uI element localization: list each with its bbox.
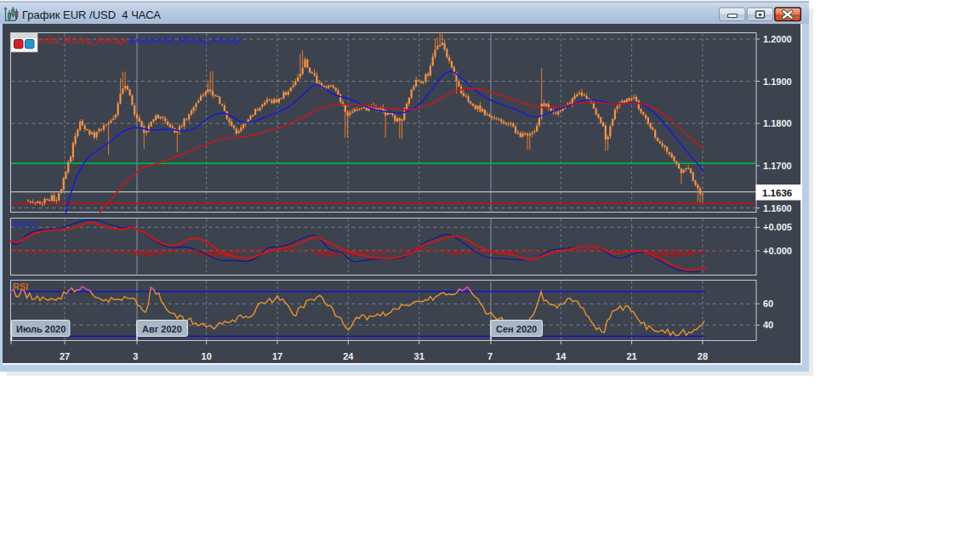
svg-text:RSI: RSI: [13, 281, 28, 292]
svg-text:40: 40: [763, 320, 773, 330]
svg-text:10: 10: [202, 351, 212, 361]
svg-text:MACD: MACD: [13, 219, 40, 230]
svg-text:17: 17: [272, 351, 282, 361]
svg-text:1.1600: 1.1600: [763, 203, 792, 213]
svg-text:Авг 2020: Авг 2020: [142, 324, 182, 334]
svg-text:График EUR /USD 4 ЧАСА: График EUR /USD 4 ЧАСА: [22, 9, 161, 21]
svg-text:3: 3: [133, 351, 138, 361]
svg-text:7: 7: [487, 351, 493, 361]
svg-text:1.1700: 1.1700: [763, 161, 792, 171]
svg-text:1.2000: 1.2000: [763, 34, 792, 44]
svg-text:Exponential_Moving_Average: Exponential_Moving_Average: [129, 36, 242, 45]
svg-text:21: 21: [626, 351, 636, 361]
svg-text:1.1636: 1.1636: [762, 188, 792, 198]
svg-text:27: 27: [60, 351, 70, 361]
svg-text:Июль 2020: Июль 2020: [16, 324, 66, 334]
svg-text:Сен 2020: Сен 2020: [496, 324, 537, 334]
svg-text:1.1900: 1.1900: [763, 77, 792, 87]
svg-text:1.1800: 1.1800: [763, 118, 792, 128]
svg-text:28: 28: [698, 351, 708, 361]
svg-text:+0.000: +0.000: [763, 246, 792, 256]
svg-text:+0.005: +0.005: [763, 222, 792, 232]
svg-text:60: 60: [763, 298, 773, 309]
svg-text:14: 14: [556, 351, 567, 361]
svg-text:31: 31: [414, 351, 424, 361]
svg-text:24: 24: [343, 351, 354, 361]
